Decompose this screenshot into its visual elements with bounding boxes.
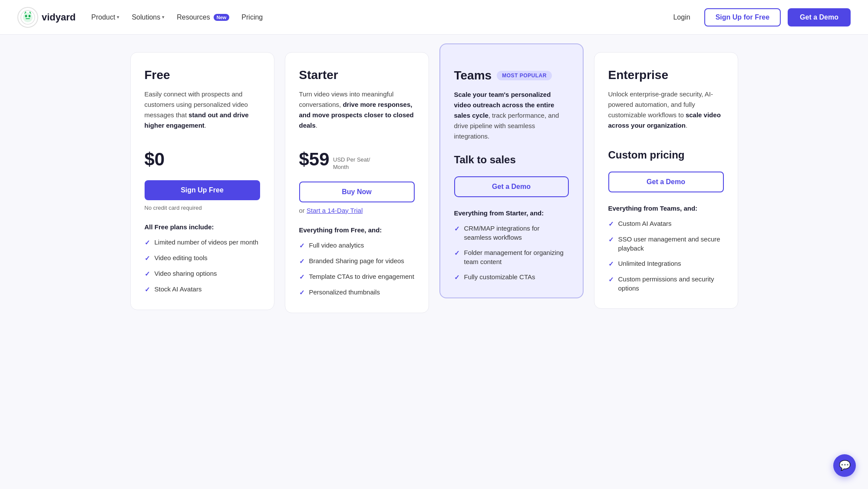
- teams-plan-name: Teams MOST POPULAR: [454, 69, 569, 83]
- free-signup-button[interactable]: Sign Up Free: [145, 180, 260, 200]
- logo-text: vidyard: [42, 12, 76, 23]
- check-icon: ✓: [145, 269, 150, 278]
- check-icon: ✓: [608, 259, 614, 268]
- check-icon: ✓: [454, 224, 460, 233]
- teams-features-header: Everything from Starter, and:: [454, 209, 569, 217]
- check-icon: ✓: [299, 288, 305, 297]
- new-badge: New: [214, 14, 230, 21]
- list-item: ✓ Folder management for organizing team …: [454, 248, 569, 266]
- logo-area[interactable]: vidyard: [17, 7, 76, 28]
- free-plan-card: Free Easily connect with prospects and c…: [130, 52, 274, 310]
- nav-links: Product ▾ Solutions ▾ Resources New Pric…: [91, 13, 263, 21]
- nav-resources[interactable]: Resources New: [177, 13, 229, 21]
- trial-link-area: or Start a 14-Day Trial: [299, 207, 415, 214]
- list-item: ✓ Unlimited Integrations: [608, 259, 724, 268]
- check-icon: ✓: [454, 273, 460, 282]
- list-item: ✓ Video sharing options: [145, 269, 260, 278]
- free-features-header: All Free plans include:: [145, 223, 260, 231]
- check-icon: ✓: [454, 248, 460, 258]
- get-demo-nav-button[interactable]: Get a Demo: [788, 8, 851, 26]
- list-item: ✓ Custom AI Avatars: [608, 219, 724, 228]
- list-item: ✓ Personalized thumbnails: [299, 287, 415, 297]
- list-item: ✓ CRM/MAP integrations for seamless work…: [454, 224, 569, 242]
- teams-plan-card: Teams MOST POPULAR Scale your team's per…: [439, 43, 584, 298]
- check-icon: ✓: [145, 238, 150, 247]
- starter-plan-card: Starter Turn video views into meaningful…: [285, 52, 429, 313]
- logo-icon: [17, 7, 38, 28]
- enterprise-demo-button[interactable]: Get a Demo: [608, 172, 724, 192]
- list-item: ✓ Fully customizable CTAs: [454, 272, 569, 282]
- starter-feature-list: ✓ Full video analytics ✓ Branded Sharing…: [299, 241, 415, 297]
- free-price: $0: [145, 149, 260, 170]
- enterprise-plan-card: Enterprise Unlock enterprise-grade secur…: [594, 52, 738, 309]
- free-feature-list: ✓ Limited number of videos per month ✓ V…: [145, 238, 260, 294]
- check-icon: ✓: [145, 254, 150, 263]
- nav-solutions[interactable]: Solutions ▾: [132, 13, 165, 21]
- starter-plan-desc: Turn video views into meaningful convers…: [299, 89, 415, 137]
- chevron-down-icon: ▾: [162, 14, 165, 20]
- list-item: ✓ Branded Sharing page for videos: [299, 256, 415, 266]
- navbar: vidyard Product ▾ Solutions ▾ Resources …: [0, 0, 868, 35]
- starter-price: $59 USD Per Seat/Month: [299, 149, 415, 171]
- svg-point-10: [30, 11, 31, 13]
- svg-point-1: [23, 13, 33, 22]
- starter-plan-name: Starter: [299, 68, 415, 82]
- starter-buy-button[interactable]: Buy Now: [299, 182, 415, 202]
- nav-right: Login Sign Up for Free Get a Demo: [666, 8, 851, 26]
- teams-demo-button[interactable]: Get a Demo: [454, 176, 569, 197]
- check-icon: ✓: [299, 241, 305, 250]
- nav-left: vidyard Product ▾ Solutions ▾ Resources …: [17, 7, 263, 28]
- check-icon: ✓: [299, 272, 305, 281]
- svg-point-4: [26, 15, 26, 16]
- check-icon: ✓: [608, 235, 614, 244]
- pricing-grid: Free Easily connect with prospects and c…: [130, 52, 738, 313]
- enterprise-plan-name: Enterprise: [608, 68, 724, 82]
- teams-plan-desc: Scale your team's personalized video out…: [454, 89, 569, 142]
- teams-feature-list: ✓ CRM/MAP integrations for seamless work…: [454, 224, 569, 282]
- trial-link[interactable]: Start a 14-Day Trial: [307, 207, 363, 214]
- enterprise-feature-list: ✓ Custom AI Avatars ✓ SSO user managemen…: [608, 219, 724, 293]
- signup-outline-button[interactable]: Sign Up for Free: [704, 8, 781, 26]
- check-icon: ✓: [608, 275, 614, 284]
- chevron-down-icon: ▾: [117, 14, 119, 20]
- no-cc-label: No credit card required: [145, 205, 260, 211]
- svg-rect-6: [26, 18, 30, 19]
- check-icon: ✓: [608, 219, 614, 228]
- enterprise-price: Custom pricing: [608, 149, 724, 161]
- free-plan-name: Free: [145, 68, 260, 82]
- starter-features-header: Everything from Free, and:: [299, 226, 415, 234]
- svg-point-9: [25, 11, 26, 13]
- nav-pricing[interactable]: Pricing: [241, 13, 263, 21]
- list-item: ✓ Template CTAs to drive engagement: [299, 272, 415, 281]
- list-item: ✓ Full video analytics: [299, 241, 415, 250]
- check-icon: ✓: [299, 257, 305, 266]
- svg-point-5: [29, 15, 30, 16]
- enterprise-plan-desc: Unlock enterprise-grade security, AI-pow…: [608, 89, 724, 137]
- teams-price: Talk to sales: [454, 154, 569, 166]
- enterprise-features-header: Everything from Teams, and:: [608, 205, 724, 212]
- pricing-section: Free Easily connect with prospects and c…: [0, 35, 868, 339]
- free-plan-desc: Easily connect with prospects and custom…: [145, 89, 260, 137]
- most-popular-badge: MOST POPULAR: [497, 71, 552, 80]
- list-item: ✓ SSO user management and secure playbac…: [608, 235, 724, 253]
- list-item: ✓ Stock AI Avatars: [145, 284, 260, 294]
- check-icon: ✓: [145, 285, 150, 294]
- nav-product[interactable]: Product ▾: [91, 13, 119, 21]
- list-item: ✓ Limited number of videos per month: [145, 238, 260, 247]
- list-item: ✓ Custom permissions and security option…: [608, 274, 724, 293]
- list-item: ✓ Video editing tools: [145, 253, 260, 263]
- login-button[interactable]: Login: [666, 10, 697, 25]
